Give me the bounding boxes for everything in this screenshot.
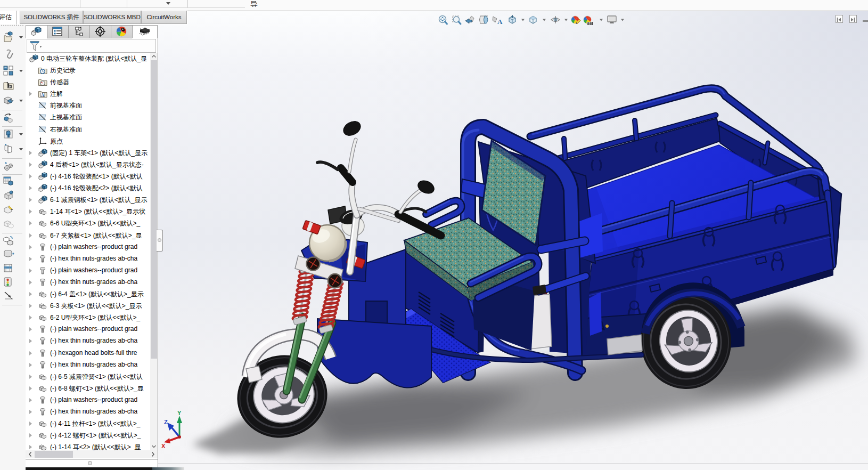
svg-text:A: A: [497, 18, 503, 26]
svg-text:X: X: [161, 443, 166, 449]
svg-text:Z: Z: [164, 419, 168, 425]
svg-text:Y: Y: [177, 410, 182, 416]
svg-text:A: A: [41, 93, 44, 98]
